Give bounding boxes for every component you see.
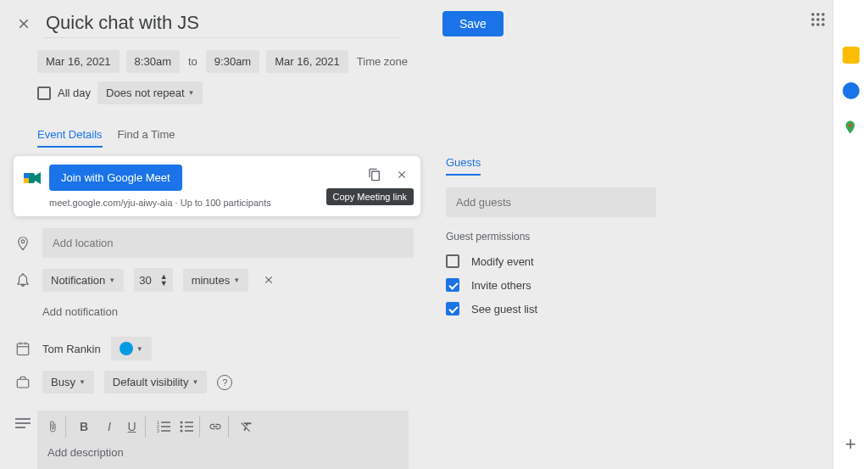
remove-notification-icon[interactable] (259, 270, 279, 290)
svg-point-3 (811, 18, 815, 21)
invite-others-checkbox[interactable] (446, 278, 459, 292)
notification-icon (14, 272, 32, 288)
start-date[interactable]: Mar 16, 2021 (37, 50, 120, 73)
underline-icon[interactable]: U (124, 416, 146, 438)
svg-point-28 (180, 426, 182, 428)
recurrence-select[interactable]: Does not repeat▼ (97, 81, 203, 104)
calendar-color-dot (120, 342, 133, 355)
meet-participants: Up to 100 participants (181, 198, 271, 208)
meet-link-text: meet.google.com/yju-aiwy-aia (49, 198, 173, 208)
link-icon[interactable] (207, 416, 229, 438)
availability-select[interactable]: Busy▼ (42, 371, 94, 394)
all-day-label: All day (58, 87, 91, 99)
svg-point-7 (816, 23, 820, 26)
add-notification-button[interactable]: Add notification (42, 302, 118, 321)
remove-meet-icon[interactable] (392, 165, 412, 185)
svg-rect-12 (17, 343, 29, 355)
google-apps-icon[interactable] (810, 12, 827, 29)
svg-rect-10 (24, 173, 29, 178)
attach-icon[interactable] (44, 416, 66, 438)
svg-point-2 (821, 13, 825, 16)
add-guests-input[interactable] (446, 187, 656, 217)
see-guest-list-checkbox[interactable] (446, 302, 459, 315)
copy-link-tooltip: Copy Meeting link (326, 188, 414, 205)
svg-point-26 (180, 422, 182, 424)
svg-point-6 (811, 23, 815, 26)
svg-point-32 (849, 124, 852, 127)
guest-permissions-label: Guest permissions (446, 231, 656, 243)
invite-others-label: Invite others (471, 279, 531, 292)
event-title-input[interactable] (44, 8, 400, 38)
svg-point-0 (811, 13, 815, 16)
bullet-list-icon[interactable] (178, 416, 200, 438)
description-toolbar: B I U 123 (37, 410, 409, 443)
svg-point-4 (816, 18, 820, 21)
visibility-help-icon[interactable]: ? (217, 375, 232, 390)
bold-icon[interactable]: B (73, 416, 95, 438)
svg-point-5 (821, 18, 825, 21)
svg-point-30 (180, 430, 182, 433)
svg-rect-11 (24, 178, 29, 183)
google-meet-card: Join with Google Meet meet.google.com/yj… (14, 156, 420, 216)
get-addons-icon[interactable]: + (845, 433, 856, 455)
tasks-addon-icon[interactable] (843, 82, 860, 99)
see-guest-list-label: See guest list (471, 303, 537, 315)
side-panel: + (832, 0, 868, 469)
calendar-color-select[interactable]: ▼ (111, 337, 152, 360)
all-day-checkbox[interactable] (37, 87, 51, 100)
maps-addon-icon[interactable] (843, 118, 860, 135)
modify-event-label: Modify event (471, 255, 534, 268)
location-icon (14, 236, 32, 251)
tab-event-details[interactable]: Event Details (37, 128, 103, 148)
modify-event-checkbox[interactable] (446, 254, 459, 268)
svg-point-1 (816, 13, 820, 16)
svg-point-8 (821, 23, 825, 26)
join-google-meet-button[interactable]: Join with Google Meet (49, 165, 182, 191)
description-icon (14, 417, 32, 429)
numbered-list-icon[interactable]: 123 (153, 416, 175, 438)
italic-icon[interactable]: I (98, 416, 120, 438)
to-label: to (186, 50, 199, 73)
save-button[interactable]: Save (442, 11, 504, 36)
description-input[interactable]: Add description (37, 443, 409, 462)
location-input[interactable] (42, 228, 414, 258)
calendar-owner-label: Tom Rankin (42, 343, 101, 355)
notification-type-select[interactable]: Notification▼ (42, 269, 124, 292)
keep-addon-icon[interactable] (843, 47, 860, 64)
svg-rect-16 (17, 379, 29, 388)
start-time[interactable]: 8:30am (126, 50, 180, 73)
copy-meet-link-icon[interactable] (364, 165, 385, 185)
notification-value-input[interactable]: 30 ▲▼ (134, 268, 172, 292)
clear-formatting-icon[interactable] (236, 416, 258, 438)
notification-unit-select[interactable]: minutes▼ (183, 269, 248, 292)
timezone-button[interactable]: Time zone (355, 50, 409, 73)
calendar-icon (14, 341, 32, 356)
svg-text:3: 3 (157, 428, 159, 433)
visibility-select[interactable]: Default visibility▼ (104, 371, 208, 394)
end-date[interactable]: Mar 16, 2021 (266, 50, 348, 73)
briefcase-icon (14, 375, 32, 390)
google-meet-icon (24, 171, 41, 185)
guests-tab[interactable]: Guests (446, 156, 481, 176)
tab-find-a-time[interactable]: Find a Time (118, 128, 175, 148)
end-time[interactable]: 9:30am (206, 50, 259, 73)
close-button[interactable] (14, 14, 34, 34)
